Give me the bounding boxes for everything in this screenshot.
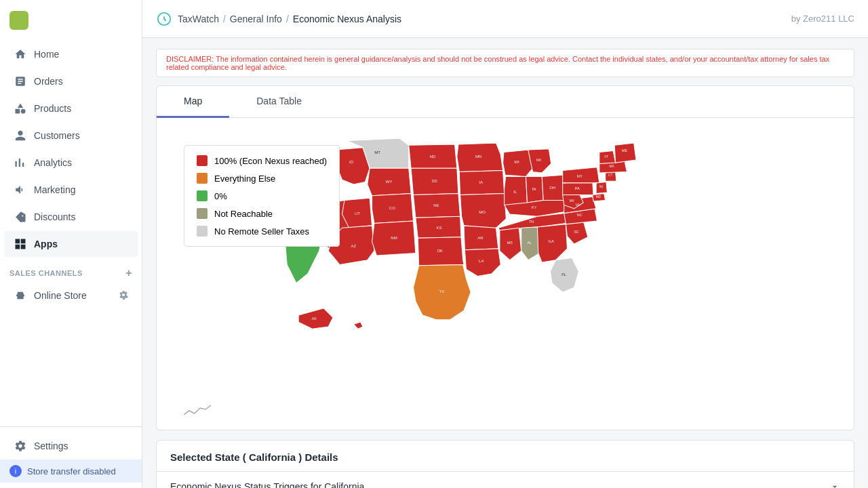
label-va: VA <box>576 203 580 207</box>
label-ky: KY <box>532 205 537 209</box>
legend-color-green <box>197 190 208 201</box>
label-il: IL <box>513 189 517 194</box>
label-co: CO <box>389 205 395 210</box>
legend-item-orange: Everything Else <box>197 173 327 184</box>
store-transfer-bar[interactable]: i Store transfer disabled <box>0 460 142 483</box>
state-hi[interactable] <box>353 322 363 329</box>
label-ak: AK <box>312 317 317 321</box>
analytics-icon <box>14 156 27 169</box>
breadcrumb: TaxWatch / General Info / Economic Nexus… <box>156 11 401 27</box>
svg-rect-3 <box>21 239 26 244</box>
breadcrumb-section[interactable]: General Info <box>230 14 282 24</box>
label-wv: WV <box>569 199 574 203</box>
label-nj: NJ <box>599 185 604 188</box>
online-store-icon <box>14 289 27 302</box>
home-icon <box>14 47 27 61</box>
breadcrumb-app[interactable]: TaxWatch <box>178 14 219 24</box>
taxwatch-icon <box>156 11 172 27</box>
label-ne: NE <box>433 203 439 207</box>
sidebar-logo <box>0 0 142 41</box>
settings-cog-icon[interactable] <box>119 290 128 302</box>
label-tx: TX <box>439 289 445 293</box>
label-mt: MT <box>374 150 380 155</box>
label-oh: OH <box>549 185 555 190</box>
discounts-icon <box>14 210 27 224</box>
label-in: IN <box>532 186 536 191</box>
accordion-item-triggers[interactable]: Economic Nexus Status Triggers for Calif… <box>157 471 854 488</box>
details-title: Selected State ( California ) Details <box>157 441 854 471</box>
disclaimer-text: DISCLAIMER: The information contained he… <box>156 49 854 77</box>
svg-point-0 <box>21 109 26 114</box>
sidebar-item-orders[interactable]: Orders <box>4 68 138 94</box>
sidebar-item-analytics[interactable]: Analytics <box>4 150 138 176</box>
info-icon: i <box>9 465 22 477</box>
label-sd: SD <box>431 178 437 183</box>
label-mo: MO <box>479 209 486 214</box>
tab-map[interactable]: Map <box>157 86 229 118</box>
legend-item-gray-dark: Not Reachable <box>197 208 327 219</box>
sidebar: Home Orders Products Customers Analytics… <box>0 0 142 488</box>
label-pa: PA <box>575 186 581 190</box>
legend-color-gray-light <box>197 226 208 237</box>
label-ar: AR <box>477 235 484 240</box>
sidebar-item-marketing[interactable]: Marketing <box>4 177 138 203</box>
sidebar-item-products[interactable]: Products <box>4 96 138 121</box>
map-card: Map Data Table 100% (Econ Nexus reached)… <box>156 85 854 430</box>
label-md: MD <box>596 195 601 199</box>
sidebar-item-home[interactable]: Home <box>4 41 138 67</box>
sidebar-item-apps[interactable]: Apps <box>4 231 138 257</box>
map-legend: 100% (Econ Nexus reached) Everything Els… <box>184 145 340 247</box>
content-area: DISCLAIMER: The information contained he… <box>142 38 868 488</box>
by-text: by Zero211 LLC <box>791 14 854 24</box>
sidebar-bottom: Settings i Store transfer disabled <box>0 426 142 488</box>
label-ma: MA <box>610 165 615 168</box>
label-ms: MS <box>507 241 513 245</box>
state-me[interactable] <box>614 143 636 163</box>
state-ga[interactable] <box>537 224 567 262</box>
label-wy: WY <box>386 179 393 184</box>
label-la: LA <box>479 258 484 263</box>
label-mi: MI <box>536 157 541 162</box>
svg-rect-4 <box>16 245 20 249</box>
sidebar-item-online-store[interactable]: Online Store <box>4 283 138 308</box>
label-ny: NY <box>577 174 583 178</box>
label-wi: WI <box>514 159 519 164</box>
label-id: ID <box>349 159 354 164</box>
topbar: TaxWatch / General Info / Economic Nexus… <box>142 0 868 38</box>
chart-mini-icon <box>184 403 211 420</box>
label-vt: VT <box>604 155 608 159</box>
chevron-down-icon <box>829 481 840 488</box>
marketing-icon <box>14 183 27 197</box>
label-ut: UT <box>355 211 360 216</box>
settings-icon <box>14 439 27 453</box>
customers-icon <box>14 129 27 142</box>
svg-rect-1 <box>16 109 20 114</box>
label-nc: NC <box>577 213 583 217</box>
label-ia: IA <box>479 180 484 184</box>
legend-color-orange <box>197 173 208 184</box>
map-container: 100% (Econ Nexus reached) Everything Els… <box>157 118 854 430</box>
logo-icon <box>9 11 28 30</box>
tab-data-table[interactable]: Data Table <box>229 86 329 118</box>
label-me: ME <box>622 148 628 152</box>
label-fl: FL <box>561 272 567 277</box>
add-sales-channel-icon[interactable]: + <box>125 267 132 279</box>
sidebar-item-discounts[interactable]: Discounts <box>4 204 138 230</box>
label-tn: TN <box>529 220 534 224</box>
sidebar-item-customers[interactable]: Customers <box>4 123 138 148</box>
label-al: AL <box>528 241 532 245</box>
orders-icon <box>14 75 27 88</box>
us-map-svg[interactable]: WA OR CA ID NV MT WY UT CO AZ NM ND SD N… <box>275 131 736 416</box>
sidebar-item-settings[interactable]: Settings <box>4 433 138 459</box>
label-ct: CT <box>608 174 612 177</box>
label-sc: SC <box>574 230 579 234</box>
label-nd: ND <box>430 154 436 159</box>
legend-item-green: 0% <box>197 190 327 201</box>
legend-color-red <box>197 155 208 166</box>
tabs-header: Map Data Table <box>157 86 854 118</box>
legend-item-gray-light: No Remote Seller Taxes <box>197 226 327 237</box>
main-content: TaxWatch / General Info / Economic Nexus… <box>142 0 868 488</box>
breadcrumb-current: Economic Nexus Analysis <box>293 14 401 24</box>
legend-color-gray-dark <box>197 208 208 219</box>
label-nm: NM <box>391 235 397 240</box>
